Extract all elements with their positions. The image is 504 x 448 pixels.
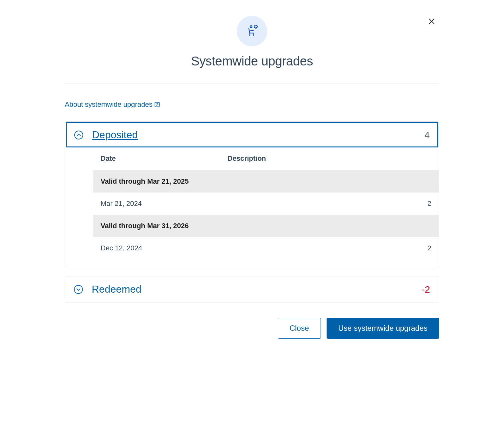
row-description bbox=[228, 200, 412, 208]
systemwide-upgrades-modal: Systemwide upgrades About systemwide upg… bbox=[65, 3, 439, 351]
close-button[interactable]: Close bbox=[278, 318, 321, 339]
column-header-date: Date bbox=[101, 154, 228, 163]
close-icon-button[interactable] bbox=[427, 16, 436, 27]
redeemed-card: Redeemed -2 bbox=[65, 276, 439, 302]
deposited-card: Deposited 4 Date Description Valid throu… bbox=[65, 121, 439, 267]
chevron-up-icon bbox=[76, 133, 81, 137]
valid-through-group: Valid through Mar 21, 2025 bbox=[93, 170, 439, 193]
deposited-table: Date Description Valid through Mar 21, 2… bbox=[65, 148, 439, 267]
seat-upgrade-icon bbox=[244, 24, 260, 39]
page-title: Systemwide upgrades bbox=[65, 54, 439, 68]
redeemed-title: Redeemed bbox=[92, 283, 421, 295]
chevron-up-circle bbox=[74, 131, 83, 139]
external-link-icon bbox=[154, 102, 160, 107]
modal-content: About systemwide upgrades Deposited 4 Da… bbox=[65, 84, 439, 339]
about-link-text: About systemwide upgrades bbox=[65, 100, 152, 109]
row-date: Dec 12, 2024 bbox=[101, 244, 228, 252]
valid-through-group: Valid through Mar 31, 2026 bbox=[93, 215, 439, 237]
modal-header: Systemwide upgrades bbox=[65, 16, 439, 84]
chevron-down-icon bbox=[76, 288, 81, 291]
about-link[interactable]: About systemwide upgrades bbox=[65, 100, 160, 109]
use-upgrades-button[interactable]: Use systemwide upgrades bbox=[327, 318, 439, 339]
table-row: Mar 21, 2024 2 bbox=[93, 193, 439, 215]
deposited-count: 4 bbox=[424, 130, 430, 140]
row-count: 2 bbox=[412, 200, 431, 208]
column-header-description: Description bbox=[228, 154, 431, 163]
deposited-header[interactable]: Deposited 4 bbox=[66, 122, 438, 147]
svg-point-2 bbox=[250, 26, 252, 28]
redeemed-count: -2 bbox=[421, 284, 430, 295]
row-description bbox=[228, 244, 412, 252]
row-date: Mar 21, 2024 bbox=[101, 200, 228, 208]
redeemed-header[interactable]: Redeemed -2 bbox=[65, 276, 439, 302]
upgrade-icon-circle bbox=[237, 16, 267, 46]
table-row: Dec 12, 2024 2 bbox=[93, 237, 439, 259]
row-count: 2 bbox=[412, 244, 431, 252]
button-row: Close Use systemwide upgrades bbox=[65, 311, 439, 339]
table-column-headers: Date Description bbox=[93, 148, 439, 170]
close-icon bbox=[428, 18, 435, 24]
deposited-title: Deposited bbox=[92, 129, 424, 141]
chevron-down-circle bbox=[74, 285, 83, 294]
